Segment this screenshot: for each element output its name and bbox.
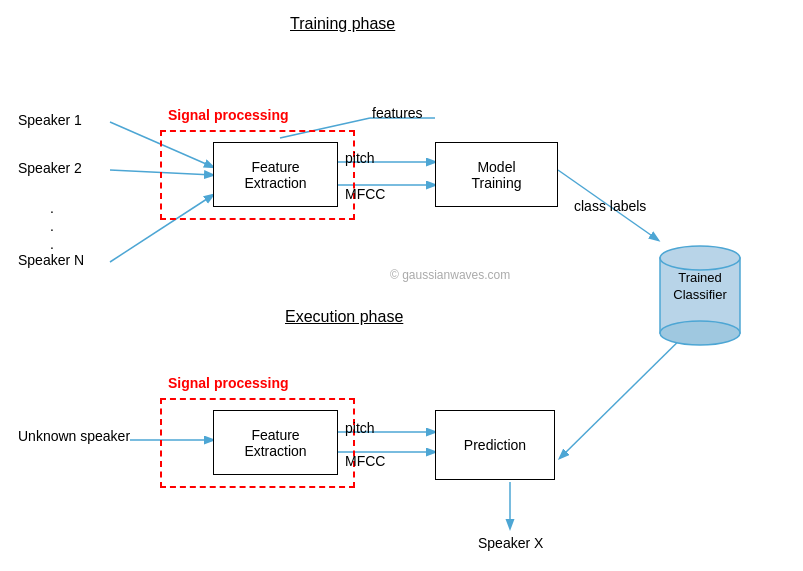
mfcc-label-execution: MFCC xyxy=(345,453,385,469)
trained-classifier-label: Trained Classifier xyxy=(655,270,745,304)
feature-extraction-label-training: Feature Extraction xyxy=(244,159,306,191)
model-training-box: Model Training xyxy=(435,142,558,207)
pitch-label-execution: pitch xyxy=(345,420,375,436)
dots2: . xyxy=(50,218,54,234)
speakerN-label: Speaker N xyxy=(18,252,84,268)
speakerX-label: Speaker X xyxy=(478,535,543,551)
speaker1-label: Speaker 1 xyxy=(18,112,82,128)
svg-point-15 xyxy=(660,321,740,345)
watermark: © gaussianwaves.com xyxy=(390,268,510,282)
feature-extraction-box-execution: Feature Extraction xyxy=(213,410,338,475)
class-labels-label: class labels xyxy=(574,198,646,214)
feature-extraction-label-execution: Feature Extraction xyxy=(244,427,306,459)
model-training-label: Model Training xyxy=(471,159,521,191)
signal-processing-label-execution: Signal processing xyxy=(168,375,289,391)
dots3: . xyxy=(50,236,54,252)
diagram: Training phase Speaker 1 Speaker 2 . . .… xyxy=(0,0,803,571)
dots1: . xyxy=(50,200,54,216)
features-label: features xyxy=(372,105,423,121)
mfcc-label-training: MFCC xyxy=(345,186,385,202)
trained-classifier-container: Trained Classifier xyxy=(655,240,745,350)
training-phase-title: Training phase xyxy=(290,15,395,33)
signal-processing-label-training: Signal processing xyxy=(168,107,289,123)
prediction-label: Prediction xyxy=(464,437,526,453)
unknown-speaker-label: Unknown speaker xyxy=(18,428,130,444)
speaker2-label: Speaker 2 xyxy=(18,160,82,176)
prediction-box: Prediction xyxy=(435,410,555,480)
feature-extraction-box-training: Feature Extraction xyxy=(213,142,338,207)
svg-point-14 xyxy=(660,246,740,270)
pitch-label-training: pitch xyxy=(345,150,375,166)
execution-phase-title: Execution phase xyxy=(285,308,403,326)
